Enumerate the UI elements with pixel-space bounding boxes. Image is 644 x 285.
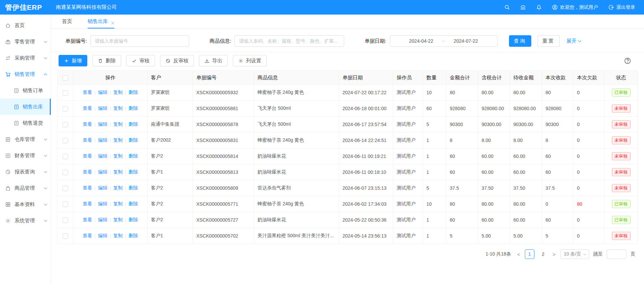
bank-icon[interactable] <box>520 4 526 10</box>
sidebar-item-reports[interactable]: 报表查询 <box>0 164 51 180</box>
row-checkbox[interactable] <box>63 218 68 223</box>
bill-no-input[interactable] <box>90 35 189 47</box>
cell-tax_total: 60.00 <box>478 148 510 164</box>
close-icon[interactable] <box>111 20 114 23</box>
row-checkbox[interactable] <box>63 122 68 127</box>
row-action-edit[interactable]: 编辑 <box>98 153 107 159</box>
row-checkbox[interactable] <box>63 186 68 191</box>
select-all-checkbox[interactable] <box>63 75 68 81</box>
row-action-view[interactable]: 查看 <box>83 137 92 143</box>
tab-home[interactable]: 首页 <box>62 15 72 28</box>
row-action-copy[interactable]: 复制 <box>113 185 123 190</box>
date-range-picker[interactable]: 2024-04-22 ~ 2024-07-22 <box>390 35 497 47</box>
sidebar-item-warehouse[interactable]: 仓库管理 <box>0 131 51 147</box>
search-icon[interactable] <box>504 4 510 10</box>
row-action-delete[interactable]: 删除 <box>129 137 138 143</box>
column-settings-button[interactable]: 列设置 <box>233 55 267 66</box>
date-to-value[interactable]: 2024-07-22 <box>454 38 478 44</box>
row-action-edit[interactable]: 编辑 <box>98 89 107 95</box>
row-action-delete[interactable]: 删除 <box>129 185 138 190</box>
date-separator: ~ <box>442 38 445 44</box>
row-action-edit[interactable]: 编辑 <box>98 233 107 238</box>
row-action-copy[interactable]: 复制 <box>113 121 123 127</box>
delete-button[interactable]: 删除 <box>92 55 121 66</box>
row-action-edit[interactable]: 编辑 <box>98 217 107 222</box>
jump-page-input[interactable] <box>607 249 626 259</box>
sidebar-item-system[interactable]: 系统管理 <box>0 212 51 229</box>
row-action-copy[interactable]: 复制 <box>113 201 123 206</box>
row-action-copy[interactable]: 复制 <box>113 137 123 143</box>
row-action-view[interactable]: 查看 <box>83 121 92 127</box>
row-checkbox[interactable] <box>63 170 68 175</box>
sidebar-item-purchase[interactable]: 采购管理 <box>0 50 51 66</box>
row-checkbox[interactable] <box>63 202 68 207</box>
row-action-view[interactable]: 查看 <box>83 105 92 111</box>
row-checkbox[interactable] <box>63 138 68 143</box>
user-menu[interactable]: 欢迎您，测试用户 <box>552 4 598 11</box>
export-button[interactable]: 导出 <box>199 55 228 66</box>
logout-button[interactable]: 退出登录 <box>608 4 635 11</box>
row-action-copy[interactable]: 复制 <box>113 233 123 238</box>
add-button[interactable]: 新增 <box>59 55 87 66</box>
row-action-view[interactable]: 查看 <box>83 169 92 175</box>
sidebar-item-home[interactable]: 首页 <box>0 17 51 34</box>
sidebar-item-basic-data[interactable]: 基本资料 <box>0 196 51 212</box>
sidebar-item-sales-outbound[interactable]: 销售出库 <box>0 99 51 115</box>
row-checkbox[interactable] <box>63 90 68 96</box>
sidebar-item-sales[interactable]: 销售管理 <box>0 66 51 82</box>
row-action-delete[interactable]: 删除 <box>129 89 138 95</box>
row-checkbox[interactable] <box>63 106 68 111</box>
bell-icon[interactable] <box>536 4 542 10</box>
sidebar-item-sales-return[interactable]: 销售退货 <box>0 115 51 131</box>
row-action-delete[interactable]: 删除 <box>129 105 138 111</box>
row-action-delete[interactable]: 删除 <box>129 233 138 238</box>
chevron-down-icon <box>583 252 586 255</box>
row-action-view[interactable]: 查看 <box>83 185 92 190</box>
tab-sales-outbound[interactable]: 销售出库 <box>88 15 114 28</box>
row-action-delete[interactable]: 删除 <box>129 153 138 159</box>
prev-page-button[interactable]: < <box>516 251 521 257</box>
expand-link[interactable]: 展开 <box>567 38 581 44</box>
audit-button[interactable]: 审核 <box>126 55 155 66</box>
date-from-value[interactable]: 2024-04-22 <box>409 38 434 44</box>
sidebar-item-sales-order[interactable]: 销售订单 <box>0 82 51 99</box>
row-action-copy[interactable]: 复制 <box>113 105 123 111</box>
product-info-input[interactable] <box>235 35 344 47</box>
row-action-view[interactable]: 查看 <box>83 89 92 95</box>
page-size-select[interactable]: 10 条/页 <box>560 249 589 259</box>
row-action-edit[interactable]: 编辑 <box>98 137 107 143</box>
row-action-view[interactable]: 查看 <box>83 201 92 206</box>
row-action-copy[interactable]: 复制 <box>113 153 123 159</box>
row-action-edit[interactable]: 编辑 <box>98 105 107 111</box>
search-button[interactable]: 查询 <box>509 35 531 47</box>
row-action-view[interactable]: 查看 <box>83 153 92 159</box>
row-action-copy[interactable]: 复制 <box>113 217 123 222</box>
row-action-view[interactable]: 查看 <box>83 233 92 238</box>
row-action-edit[interactable]: 编辑 <box>98 201 107 206</box>
sidebar-item-retail[interactable]: 零售管理 <box>0 34 51 50</box>
row-action-edit[interactable]: 编辑 <box>98 169 107 175</box>
row-action-delete[interactable]: 删除 <box>129 169 138 175</box>
unaudit-button[interactable]: 反审核 <box>160 55 194 66</box>
next-page-button[interactable]: > <box>552 251 556 257</box>
sidebar-item-label: 销售订单 <box>23 87 43 94</box>
jump-label: 跳至 <box>593 251 603 257</box>
reset-button[interactable]: 重置 <box>537 35 560 47</box>
help-icon[interactable] <box>624 57 631 64</box>
row-checkbox[interactable] <box>63 154 68 159</box>
status-badge: 已审核 <box>612 200 630 208</box>
row-action-delete[interactable]: 删除 <box>129 217 138 222</box>
row-action-edit[interactable]: 编辑 <box>98 185 107 190</box>
sidebar-item-products[interactable]: 商品管理 <box>0 180 51 196</box>
row-action-view[interactable]: 查看 <box>83 217 92 222</box>
row-action-delete[interactable]: 删除 <box>129 121 138 127</box>
cell-received: 60 <box>542 164 574 180</box>
row-action-copy[interactable]: 复制 <box>113 169 123 175</box>
sidebar-item-finance[interactable]: 财务管理 <box>0 147 51 164</box>
page-number-1[interactable]: 1 <box>525 249 534 259</box>
row-action-edit[interactable]: 编辑 <box>98 121 107 127</box>
row-action-delete[interactable]: 删除 <box>129 201 138 206</box>
row-checkbox[interactable] <box>63 233 68 239</box>
page-number-2[interactable]: 2 <box>538 249 548 259</box>
row-action-copy[interactable]: 复制 <box>113 89 123 95</box>
